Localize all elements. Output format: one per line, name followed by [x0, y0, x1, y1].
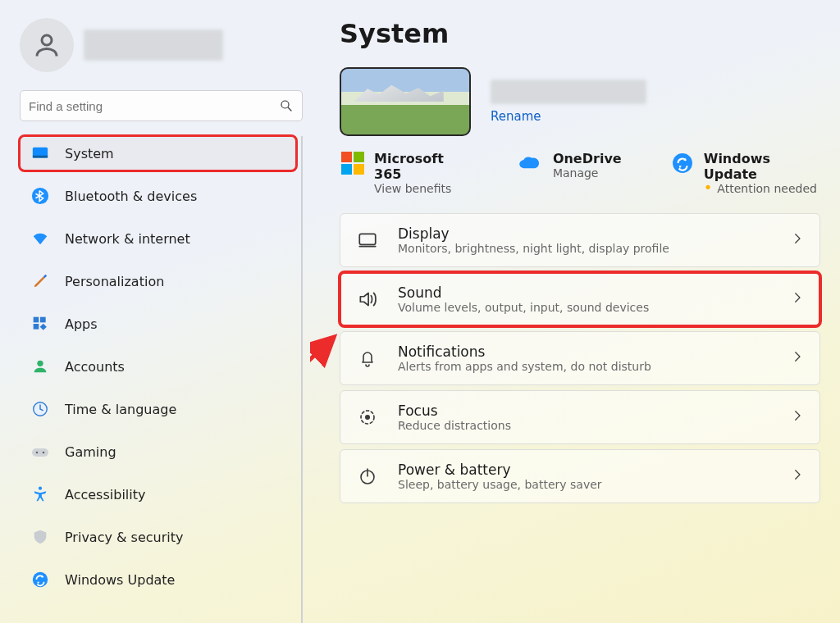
svg-point-21: [365, 415, 370, 420]
svg-point-10: [37, 361, 43, 366]
card-sub: Sleep, battery usage, battery saver: [398, 478, 602, 491]
sidebar-item-label: System: [65, 146, 114, 161]
card-sub: Alerts from apps and system, do not dist…: [398, 360, 651, 373]
main-content: System Rename Microsoft 365 View benefit…: [310, 0, 840, 623]
chevron-right-icon: [790, 231, 805, 249]
search-input[interactable]: [29, 99, 279, 113]
card-notifications[interactable]: Notifications Alerts from apps and syste…: [340, 331, 820, 385]
svg-rect-6: [34, 317, 39, 323]
svg-rect-12: [32, 448, 48, 457]
paintbrush-icon: [30, 271, 50, 291]
system-icon: [30, 143, 50, 163]
card-title: Sound: [398, 284, 649, 301]
sidebar-item-bluetooth[interactable]: Bluetooth & devices: [20, 179, 296, 213]
card-sound[interactable]: Sound Volume levels, output, input, soun…: [340, 272, 820, 326]
search-box[interactable]: [20, 90, 303, 121]
quick-sub: Attention needed: [704, 182, 820, 195]
clock-globe-icon: [30, 399, 50, 419]
quick-winupdate[interactable]: Windows Update Attention needed: [671, 151, 820, 195]
settings-cards: Display Monitors, brightness, night ligh…: [340, 213, 820, 503]
sidebar-item-label: Accessibility: [65, 487, 145, 502]
sidebar-item-accessibility[interactable]: Accessibility: [20, 477, 296, 512]
card-power[interactable]: Power & battery Sleep, battery usage, ba…: [340, 449, 820, 503]
shield-icon: [30, 527, 50, 547]
onedrive-icon: [518, 151, 543, 175]
svg-rect-9: [40, 324, 47, 330]
device-wallpaper-thumb[interactable]: [340, 67, 471, 136]
quick-onedrive[interactable]: OneDrive Manage: [518, 151, 622, 180]
sidebar-item-personalization[interactable]: Personalization: [20, 264, 296, 298]
quick-title: OneDrive: [553, 151, 622, 166]
sidebar-item-accounts[interactable]: Accounts: [20, 349, 296, 384]
accessibility-icon: [30, 484, 50, 504]
card-title: Notifications: [398, 343, 651, 360]
device-row: Rename: [340, 67, 820, 136]
sidebar-item-label: Apps: [65, 316, 98, 332]
sidebar-item-gaming[interactable]: Gaming: [20, 434, 296, 469]
sidebar-item-label: Network & internet: [65, 231, 190, 247]
svg-point-0: [42, 35, 52, 45]
svg-point-16: [33, 572, 48, 587]
sidebar-item-time-language[interactable]: Time & language: [20, 392, 296, 426]
power-icon: [355, 464, 380, 489]
sidebar-item-label: Time & language: [65, 402, 176, 417]
quick-sub: View benefits: [374, 182, 469, 195]
card-title: Focus: [398, 402, 511, 419]
device-name-redacted: [491, 80, 646, 104]
display-icon: [355, 228, 380, 252]
sidebar-item-network[interactable]: Network & internet: [20, 221, 296, 256]
quick-title: Microsoft 365: [374, 151, 469, 182]
person-icon: [32, 30, 62, 60]
profile-name-redacted: [84, 30, 223, 61]
svg-line-2: [288, 107, 291, 111]
svg-line-24: [310, 339, 331, 392]
search-icon: [279, 98, 294, 113]
quick-links: Microsoft 365 View benefits OneDrive Man…: [340, 151, 820, 195]
svg-rect-4: [33, 156, 48, 158]
rename-link[interactable]: Rename: [491, 109, 646, 124]
page-title: System: [340, 18, 820, 49]
svg-rect-8: [34, 324, 39, 330]
avatar[interactable]: [20, 18, 74, 72]
card-display[interactable]: Display Monitors, brightness, night ligh…: [340, 213, 820, 267]
quick-ms365[interactable]: Microsoft 365 View benefits: [341, 151, 469, 195]
bell-icon: [355, 346, 380, 371]
nav-list: System Bluetooth & devices Network & int…: [20, 136, 303, 623]
gaming-icon: [30, 442, 50, 462]
card-title: Display: [398, 225, 669, 242]
card-sub: Reduce distractions: [398, 419, 511, 432]
card-sub: Monitors, brightness, night light, displ…: [398, 242, 669, 255]
windows-update-icon: [671, 151, 694, 175]
quick-sub: Manage: [553, 166, 622, 180]
svg-point-15: [39, 487, 42, 490]
card-focus[interactable]: Focus Reduce distractions: [340, 390, 820, 444]
sidebar-item-label: Accounts: [65, 359, 125, 375]
wifi-icon: [30, 229, 50, 248]
focus-icon: [355, 405, 380, 430]
profile-block: [20, 18, 300, 72]
sidebar-item-label: Personalization: [65, 274, 164, 289]
svg-point-1: [281, 101, 289, 108]
sidebar-item-label: Gaming: [65, 444, 116, 460]
sidebar: System Bluetooth & devices Network & int…: [0, 0, 310, 623]
sidebar-item-privacy[interactable]: Privacy & security: [20, 520, 296, 554]
sidebar-item-label: Windows Update: [65, 572, 175, 588]
accounts-icon: [30, 357, 50, 376]
sidebar-item-system[interactable]: System: [20, 136, 296, 171]
svg-rect-18: [359, 234, 376, 244]
card-sub: Volume levels, output, input, sound devi…: [398, 301, 649, 314]
svg-rect-7: [40, 317, 46, 323]
chevron-right-icon: [790, 349, 805, 367]
quick-title: Windows Update: [704, 151, 820, 182]
chevron-right-icon: [790, 408, 805, 426]
windows-update-icon: [30, 570, 50, 589]
sidebar-item-apps[interactable]: Apps: [20, 307, 296, 341]
svg-point-13: [36, 452, 39, 454]
microsoft-logo-icon: [341, 151, 364, 175]
sidebar-item-label: Privacy & security: [65, 530, 183, 545]
chevron-right-icon: [790, 467, 805, 485]
chevron-right-icon: [790, 290, 805, 308]
bluetooth-icon: [30, 186, 50, 206]
sidebar-item-winupdate[interactable]: Windows Update: [20, 562, 296, 597]
svg-point-14: [43, 452, 45, 454]
